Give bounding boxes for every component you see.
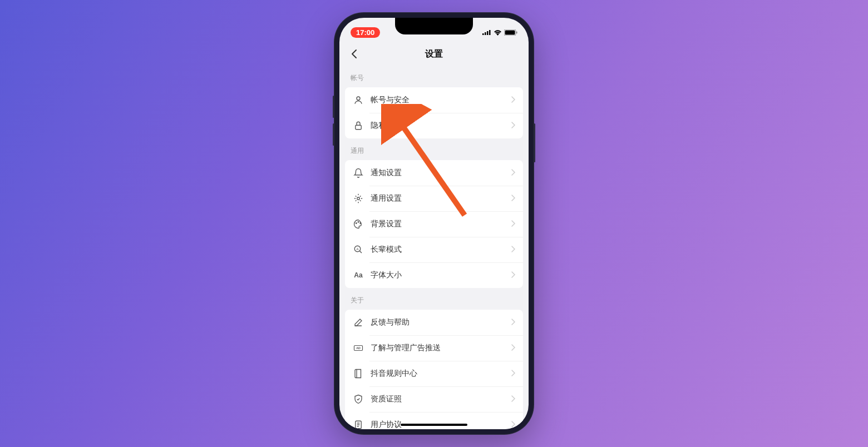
item-label: 通用设置: [371, 193, 511, 203]
status-indicators: [482, 29, 517, 36]
item-certificates[interactable]: 资质证照: [345, 386, 523, 412]
item-background[interactable]: 背景设置: [345, 211, 523, 237]
phone-frame: 17:00 设置 帐号: [334, 12, 534, 435]
section-group-account: 帐号与安全 隐私设置: [345, 87, 523, 138]
status-time: 17:00: [351, 27, 380, 38]
nav-bar: 设置: [339, 42, 529, 66]
item-elder-mode[interactable]: A 长辈模式: [345, 237, 523, 262]
item-account-security[interactable]: 帐号与安全: [345, 87, 523, 113]
svg-point-11: [358, 222, 359, 223]
svg-rect-2: [487, 31, 489, 35]
item-label: 长辈模式: [371, 245, 511, 255]
item-label: 字体大小: [371, 270, 511, 280]
item-label: 反馈与帮助: [371, 317, 511, 327]
section-header-about: 关于: [345, 288, 523, 310]
item-label: 通知设置: [371, 168, 511, 178]
signal-icon: [482, 29, 491, 35]
item-feedback[interactable]: 反馈与帮助: [345, 310, 523, 335]
svg-rect-8: [356, 125, 362, 130]
wifi-icon: [494, 29, 502, 36]
page-title: 设置: [425, 48, 443, 60]
item-label: 了解与管理广告推送: [371, 343, 511, 353]
chevron-right-icon: [511, 343, 515, 353]
edit-icon: [353, 317, 364, 328]
chevron-right-icon: [511, 95, 515, 105]
chevron-right-icon: [511, 168, 515, 178]
lock-icon: [353, 120, 364, 131]
item-label: 帐号与安全: [371, 95, 511, 105]
chevron-right-icon: [511, 193, 515, 203]
font-size-icon: Aa: [353, 270, 364, 281]
home-indicator[interactable]: [401, 424, 467, 426]
chevron-right-icon: [511, 369, 515, 379]
document-icon: [353, 419, 364, 429]
item-notifications[interactable]: 通知设置: [345, 160, 523, 186]
item-font-size[interactable]: Aa 字体大小: [345, 262, 523, 288]
svg-rect-3: [489, 30, 491, 35]
section-group-general: 通知设置 通用设置 背景设置: [345, 160, 523, 288]
palette-icon: [353, 218, 364, 230]
item-general-settings[interactable]: 通用设置: [345, 186, 523, 211]
settings-content: 帐号 帐号与安全 隐私设置 通用: [339, 66, 529, 429]
volume-down-button: [333, 123, 334, 146]
book-icon: [353, 368, 364, 379]
user-icon: [353, 95, 364, 106]
chevron-right-icon: [511, 394, 515, 404]
item-label: 隐私设置: [371, 121, 511, 131]
item-ad-management[interactable]: AD 了解与管理广告推送: [345, 335, 523, 361]
item-privacy[interactable]: 隐私设置: [345, 113, 523, 138]
svg-rect-1: [485, 32, 486, 35]
svg-text:AD: AD: [356, 346, 361, 350]
svg-text:A: A: [356, 247, 358, 251]
svg-rect-6: [516, 31, 517, 33]
volume-up-button: [333, 96, 334, 118]
svg-point-12: [360, 223, 361, 224]
chevron-right-icon: [511, 420, 515, 429]
ad-icon: AD: [353, 342, 364, 354]
battery-icon: [504, 29, 517, 36]
svg-rect-5: [505, 30, 515, 34]
shield-icon: [353, 394, 364, 405]
gear-icon: [353, 193, 364, 204]
chevron-right-icon: [511, 219, 515, 229]
chevron-left-icon: [351, 49, 357, 59]
bell-icon: [353, 167, 364, 178]
section-header-account: 帐号: [345, 66, 523, 87]
svg-rect-0: [482, 33, 484, 35]
svg-point-7: [357, 97, 360, 100]
item-user-agreement[interactable]: 用户协议: [345, 412, 523, 429]
back-button[interactable]: [347, 47, 361, 61]
notch: [395, 18, 473, 34]
chevron-right-icon: [511, 317, 515, 327]
chevron-right-icon: [511, 121, 515, 131]
section-header-general: 通用: [345, 138, 523, 160]
item-label: 抖音规则中心: [371, 369, 511, 379]
chevron-right-icon: [511, 270, 515, 280]
svg-point-9: [357, 197, 360, 200]
item-rules-center[interactable]: 抖音规则中心: [345, 361, 523, 386]
magnify-a-icon: A: [353, 244, 364, 255]
section-group-about: 反馈与帮助 AD 了解与管理广告推送 抖音规则中心: [345, 310, 523, 429]
chevron-right-icon: [511, 245, 515, 255]
item-label: 背景设置: [371, 219, 511, 229]
power-button: [534, 123, 535, 162]
phone-screen: 17:00 设置 帐号: [339, 18, 529, 429]
svg-point-10: [356, 223, 357, 224]
item-label: 资质证照: [371, 394, 511, 404]
